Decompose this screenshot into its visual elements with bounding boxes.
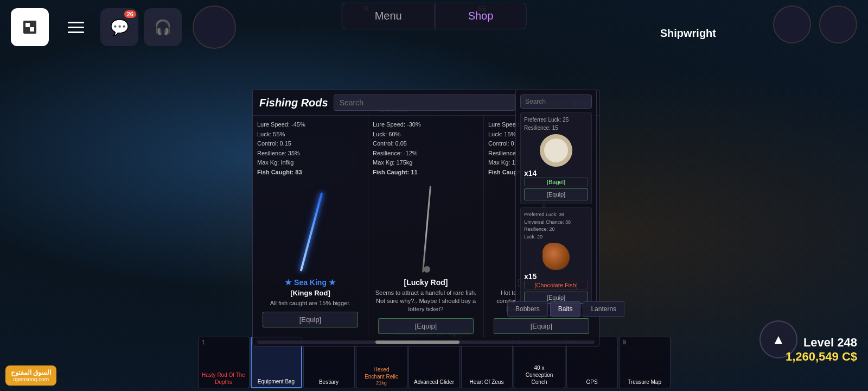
lucky-rod-handle: [424, 266, 430, 273]
roblox-logo[interactable]: [11, 8, 49, 46]
chocfish-count: x15: [524, 272, 588, 281]
rod-card-lucky: Lure Speed: -30% Luck: 60% Control: 0.05…: [368, 116, 484, 338]
bagel-equip-button[interactable]: [Equip]: [524, 188, 588, 200]
slot-4-label: HexedEnchant Relic: [365, 366, 398, 380]
lucky-rod-name: [Lucky Rod]: [404, 278, 448, 287]
chat-badge: 26: [124, 10, 136, 18]
bait-panel: Preferred Luck: 25 Resilience: 15 x14 [B…: [515, 90, 597, 316]
chocfish-stat3: Resilience: 20: [524, 226, 588, 234]
slot-7-label: 40 xConceptionConch: [526, 364, 553, 386]
chocfish-visual: [542, 243, 570, 270]
bobbers-tab[interactable]: Bobbers: [507, 301, 548, 317]
opensooq-logo: السوق المفتوح opensooq.com: [5, 365, 56, 386]
svg-rect-3: [30, 27, 34, 31]
rod-card-kings: Lure Speed: -45% Luck: 55% Control: 0.15…: [253, 116, 368, 338]
lucky-luck: Luck: 60%: [373, 130, 479, 140]
opensooq-english-text: opensooq.com: [13, 376, 49, 382]
avatar-circle[interactable]: [193, 5, 236, 49]
svg-rect-1: [23, 21, 36, 34]
chocfish-name: [Chocolate Fish]: [524, 281, 588, 289]
chocfish-image-area: [524, 241, 588, 272]
slot-1-label: Hasty Rod Of The Depths: [199, 371, 249, 386]
lucky-max-kg: Max Kg: 175kg: [373, 158, 479, 168]
kings-rod-image: [257, 180, 363, 278]
kings-equip-button[interactable]: [Equip]: [263, 312, 358, 327]
lucky-fish-caught: Fish Caught: 11: [373, 168, 479, 178]
slot-9-num: 9: [623, 339, 626, 345]
currency-text: 1,260,549 C$: [786, 350, 857, 364]
headphones-button[interactable]: 🎧: [144, 8, 182, 46]
slot-5-label: Advanced Glider: [414, 379, 454, 386]
slot-3-label: Bestiary: [319, 379, 339, 386]
hotbar-slot-9[interactable]: 9 Treasure Map: [619, 337, 671, 388]
bagel-name: [Bagel]: [524, 178, 588, 186]
kings-fish-caught: Fish Caught: 83: [257, 168, 363, 178]
kings-rod-visual: [300, 192, 323, 272]
kings-control: Control: 0.15: [257, 139, 363, 149]
shipwright-label: Shipwright: [660, 27, 716, 40]
kings-resilience: Resilience: 35%: [257, 149, 363, 159]
level-text: Level 248: [786, 336, 857, 350]
chat-icon: 💬: [110, 18, 129, 36]
slot-1-num: 1: [202, 339, 205, 345]
slot-9-label: Treasure Map: [628, 379, 661, 386]
lucky-rod-visual: [422, 186, 431, 273]
bait-tabs: Bobbers Baits Lanterns: [507, 301, 624, 317]
right-top-buttons: [773, 5, 857, 43]
slot-6-label: Heart Of Zeus: [470, 379, 504, 386]
baits-tab[interactable]: Baits: [550, 301, 581, 317]
slot-4-sublabel: 21kg: [376, 380, 387, 386]
kings-rod-stats: Lure Speed: -45% Luck: 55% Control: 0.15…: [257, 120, 363, 178]
slot-8-label: GPS: [586, 379, 597, 386]
level-display: Level 248 1,260,549 C$: [786, 336, 857, 364]
bait-item-bagel: Preferred Luck: 25 Resilience: 15 x14 [B…: [520, 112, 592, 204]
shop-tab[interactable]: Shop: [435, 3, 527, 29]
center-nav: Menu Shop: [342, 3, 527, 29]
lucky-lure-speed: Lure Speed: -30%: [373, 120, 479, 130]
kings-star-left: ★: [285, 278, 292, 287]
lucky-control: Control: 0.05: [373, 139, 479, 149]
up-arrow-icon: ▲: [772, 332, 785, 347]
bait-item-chocfish: Preferred Luck: 38 Universal Chance: 38 …: [520, 207, 592, 307]
bait-search-input[interactable]: [520, 94, 592, 109]
chocfish-stat1: Preferred Luck: 38: [524, 211, 588, 219]
lucky-rod-stats: Lure Speed: -30% Luck: 60% Control: 0.05…: [373, 120, 479, 178]
chat-button[interactable]: 💬 26: [100, 8, 138, 46]
right-button-2[interactable]: [819, 5, 857, 43]
kings-rod-name: ★ Sea King ★: [285, 278, 336, 287]
opensooq-arabic-text: السوق المفتوح: [11, 369, 51, 376]
hotbar-slot-1[interactable]: 1 Hasty Rod Of The Depths: [198, 337, 250, 388]
magma-equip-button[interactable]: [Equip]: [494, 318, 589, 334]
slot-2-label: Equipment Bag: [258, 378, 295, 385]
bagel-image-area: [524, 132, 588, 169]
fishing-search-input[interactable]: [334, 94, 516, 111]
kings-luck: Luck: 55%: [257, 130, 363, 140]
chocfish-stat4: Luck: 20: [524, 234, 588, 241]
rod-scroll-thumb: [375, 340, 460, 344]
lanterns-tab[interactable]: Lanterns: [583, 301, 624, 317]
menu-tab[interactable]: Menu: [342, 3, 435, 29]
fishing-rods-title: Fishing Rods: [259, 97, 328, 109]
kings-max-kg: Max Kg: Infkg: [257, 158, 363, 168]
lucky-equip-button[interactable]: [Equip]: [378, 318, 474, 334]
svg-rect-2: [25, 23, 30, 27]
bagel-visual: [540, 134, 572, 167]
chocfish-stat2: Universal Chance: 38: [524, 219, 588, 226]
hamburger-menu-button[interactable]: [60, 11, 92, 43]
right-button-1[interactable]: [773, 5, 811, 43]
opensooq-inner: السوق المفتوح opensooq.com: [5, 365, 56, 386]
kings-rod-desc: All fish caught are 15% bigger.: [270, 299, 351, 307]
headphones-icon: 🎧: [154, 19, 171, 36]
bagel-stat2: Resilience: 15: [524, 124, 588, 132]
kings-bracket-name: [Kings Rod]: [290, 289, 330, 297]
lucky-rod-desc: Seems to attract a handful of rare fish.…: [373, 289, 479, 314]
kings-lure-speed: Lure Speed: -45%: [257, 120, 363, 130]
lucky-resilience: Resilience: -12%: [373, 149, 479, 159]
lucky-rod-image: [373, 180, 479, 278]
bagel-donut: [540, 134, 572, 167]
bagel-stat1: Preferred Luck: 25: [524, 116, 588, 124]
kings-star-right: ★: [329, 278, 336, 287]
bagel-count: x14: [524, 169, 588, 178]
rod-scrollbar[interactable]: [257, 340, 595, 344]
